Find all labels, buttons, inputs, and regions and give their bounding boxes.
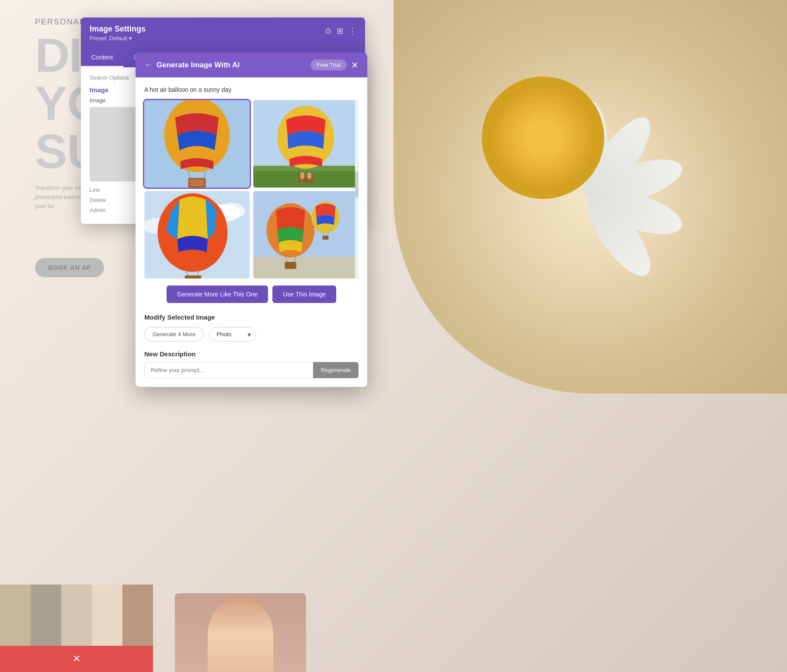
ai-modal-title-area: ← Generate Image With AI — [144, 60, 240, 70]
more-options-icon[interactable]: ⋮ — [348, 26, 356, 36]
flower-background — [394, 0, 787, 393]
flower-petals — [437, 44, 743, 350]
svg-point-13 — [300, 172, 305, 179]
ai-modal-body: A hot air balloon on a sunny day — [136, 77, 367, 387]
image-grid — [144, 100, 359, 279]
tab-content[interactable]: Content — [81, 49, 123, 67]
generate-4-more-button[interactable]: Generate 4 More — [144, 327, 204, 341]
person-photo — [175, 593, 306, 672]
generate-more-button[interactable]: Generate More Like This One — [167, 286, 268, 303]
ai-generate-modal: ← Generate Image With AI Free Trial ✕ A … — [136, 52, 367, 387]
description-input[interactable] — [144, 362, 313, 378]
regenerate-button[interactable]: Regenerate — [313, 362, 359, 378]
ai-modal-header: ← Generate Image With AI Free Trial ✕ — [136, 52, 367, 77]
panel-header: Image Settings Preset: Default ▾ ⊙ ⊞ ⋮ — [81, 17, 365, 49]
ai-modal-title: Generate Image With AI — [157, 61, 240, 70]
grid-icon[interactable]: ⊞ — [337, 26, 343, 36]
image-cell-4[interactable] — [253, 191, 359, 279]
svg-rect-5 — [190, 179, 204, 186]
scrollbar-thumb[interactable] — [355, 171, 359, 198]
svg-rect-32 — [323, 236, 329, 240]
panel-preset[interactable]: Preset: Default ▾ — [90, 35, 146, 42]
svg-rect-22 — [185, 275, 202, 279]
panel-header-title-area: Image Settings Preset: Default ▾ — [90, 24, 146, 42]
bottom-delete-bar[interactable]: ✕ — [0, 646, 153, 672]
delete-icon: ✕ — [73, 653, 80, 665]
svg-rect-28 — [285, 262, 296, 269]
style-select[interactable]: Photo Illustration Painting Digital Art — [209, 327, 256, 341]
image-cell-1[interactable] — [144, 100, 250, 188]
use-image-button[interactable]: Use This Image — [272, 286, 336, 303]
svg-rect-24 — [254, 257, 359, 279]
free-trial-badge[interactable]: Free Trial — [310, 59, 347, 70]
svg-point-14 — [307, 172, 312, 179]
person-face — [208, 598, 273, 672]
flower-center — [482, 77, 604, 199]
back-arrow-icon[interactable]: ← — [144, 60, 152, 70]
panel-title: Image Settings — [90, 24, 146, 34]
action-buttons: Generate More Like This One Use This Ima… — [144, 286, 359, 303]
description-input-row: Regenerate — [144, 362, 359, 378]
prompt-text: A hot air balloon on a sunny day — [144, 86, 359, 93]
cta-button[interactable]: BOOK AN AP — [35, 258, 104, 277]
image-cell-3[interactable] — [144, 191, 250, 279]
image-cell-2[interactable] — [253, 100, 359, 188]
image-grid-container — [144, 100, 359, 279]
ai-modal-header-right: Free Trial ✕ — [310, 59, 359, 70]
new-description-title: New Description — [144, 350, 359, 358]
panel-header-icons: ⊙ ⊞ ⋮ — [325, 24, 356, 36]
fullscreen-icon[interactable]: ⊙ — [325, 26, 331, 36]
scrollbar[interactable] — [355, 100, 359, 279]
modify-controls: Generate 4 More Photo Illustration Paint… — [144, 327, 359, 341]
close-button[interactable]: ✕ — [351, 61, 359, 70]
style-select-wrapper: Photo Illustration Painting Digital Art — [209, 327, 256, 341]
modify-section-title: Modify Selected Image — [144, 313, 359, 321]
